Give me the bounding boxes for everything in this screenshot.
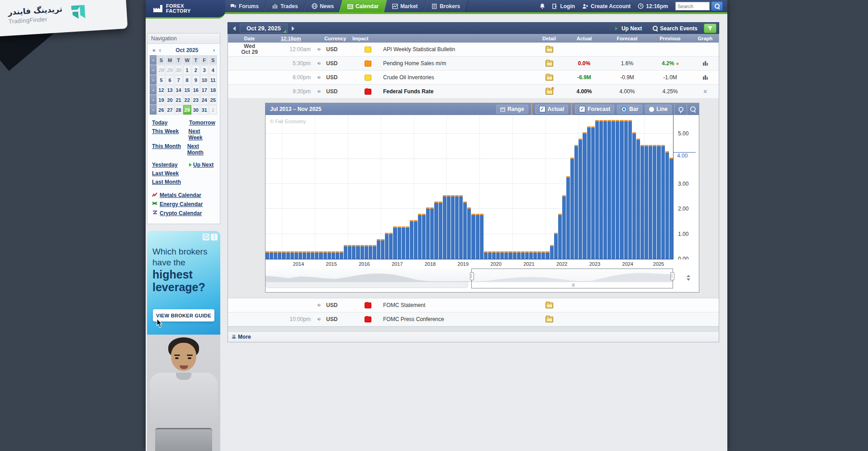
tab-calendar[interactable]: Calendar [339, 0, 387, 12]
pin-chart-button[interactable] [674, 103, 687, 115]
event-row-federal-funds-rate[interactable]: 9:30pm USD Federal Funds Rate ★ 4.00% 4.… [228, 85, 719, 99]
calendar-day[interactable]: 21 [175, 95, 183, 105]
bar-radio[interactable]: Bar [617, 105, 642, 114]
search-button[interactable] [711, 1, 723, 11]
link-yesterday[interactable]: Yesterday [152, 162, 178, 168]
calendar-day[interactable]: 28 [175, 105, 183, 115]
detail-folder-icon[interactable] [545, 302, 553, 308]
calendar-day[interactable]: 8 [183, 75, 191, 85]
calendar-day[interactable]: 3 [200, 65, 209, 75]
calendar-day[interactable]: 30 [175, 65, 183, 75]
local-time[interactable]: 12:16pm [638, 3, 668, 10]
prev-year-button[interactable]: « [151, 47, 157, 53]
event-row[interactable]: 10:00pm USD FOMC Press Conference [228, 312, 719, 326]
collapse-graph-icon[interactable]: × [703, 88, 707, 95]
minimap-left-handle[interactable] [470, 272, 474, 280]
prev-month-button[interactable]: ‹ [157, 47, 163, 53]
impact-icon-high[interactable] [365, 302, 371, 308]
link-this-week[interactable]: This Week [152, 128, 179, 134]
create-account-button[interactable]: Create Account [582, 3, 631, 10]
calendar-day[interactable]: 30 [192, 105, 200, 115]
event-title[interactable]: Pending Home Sales m/m [381, 60, 536, 67]
range-button[interactable]: Range [496, 105, 528, 114]
event-title[interactable]: Crude Oil Inventories [381, 74, 536, 81]
event-row[interactable]: WedOct 29 12:00am USD API Weekly Statist… [228, 43, 719, 57]
link-this-month[interactable]: This Month [152, 143, 181, 149]
impact-icon-medium[interactable] [365, 61, 371, 67]
calendar-day[interactable]: 26 [157, 105, 165, 115]
impact-icon-low[interactable] [365, 47, 371, 53]
minimap-selection[interactable] [471, 269, 673, 288]
calendar-day[interactable]: 9 [192, 75, 200, 85]
calendar-day[interactable]: 27 [166, 105, 174, 115]
week-select-button[interactable]: » [150, 85, 157, 95]
calendar-day[interactable]: 20 [166, 95, 174, 105]
ad-menu-icon[interactable]: ⋮ [211, 234, 218, 240]
search-input[interactable] [675, 2, 710, 10]
graph-icon[interactable] [703, 61, 708, 66]
minimap-scroll-grip[interactable] [572, 283, 574, 287]
line-radio[interactable]: Line [645, 105, 672, 114]
calendar-day[interactable]: 5 [157, 75, 165, 85]
link-energy-calendar[interactable]: Energy Calendar [160, 201, 203, 207]
event-title[interactable]: Federal Funds Rate [381, 88, 536, 95]
link-crypto-calendar[interactable]: Crypto Calendar [160, 210, 202, 216]
event-row[interactable]: USD FOMC Statement [228, 298, 719, 312]
link-next-month[interactable]: Next Month [187, 143, 215, 156]
forecast-checkbox[interactable]: ✓ Forecast [575, 105, 614, 114]
spinner-up-icon[interactable] [687, 275, 690, 277]
link-last-month[interactable]: Last Month [152, 179, 181, 185]
broker-leverage-ad[interactable]: ⓘ ⋮ Which brokers have the highest lever… [147, 231, 220, 451]
login-button[interactable]: Login [552, 3, 575, 10]
calendar-day[interactable]: 15 [183, 85, 191, 95]
calendar-day[interactable]: 22 [183, 95, 191, 105]
tab-forums[interactable]: Forums [222, 0, 267, 12]
tab-market[interactable]: Market [384, 0, 426, 12]
calendar-day-selected[interactable]: 29 [183, 105, 191, 115]
calendar-day[interactable]: 29 [166, 65, 174, 75]
calendar-day[interactable]: 2 [192, 65, 200, 75]
detail-folder-icon[interactable] [545, 47, 553, 53]
minimap-left-track[interactable] [266, 282, 468, 288]
tab-brokers[interactable]: Brokers [423, 0, 469, 12]
next-month-button[interactable]: › [211, 47, 217, 53]
prev-day-button[interactable] [231, 24, 238, 32]
calendar-day[interactable]: 28 [157, 65, 165, 75]
notifications-bell-icon[interactable] [540, 3, 545, 9]
calendar-day[interactable]: 13 [166, 85, 174, 95]
event-title[interactable]: FOMC Statement [381, 302, 536, 308]
actual-checkbox[interactable]: ✓ Actual [535, 105, 569, 114]
link-metals-calendar[interactable]: Metals Calendar [160, 192, 201, 198]
calendar-day[interactable]: 12 [157, 85, 165, 95]
week-select-button[interactable]: » [150, 95, 157, 105]
calendar-day[interactable]: 11 [209, 75, 217, 85]
detail-folder-icon[interactable] [545, 75, 553, 81]
tab-news[interactable]: News [303, 0, 342, 12]
calendar-day[interactable]: 25 [209, 95, 217, 105]
tab-trades[interactable]: Trades [264, 0, 306, 12]
search-events-button[interactable]: Search Events [648, 24, 702, 33]
calendar-day[interactable]: 18 [209, 85, 217, 95]
detail-folder-icon[interactable] [545, 61, 553, 67]
detail-folder-icon[interactable] [545, 317, 553, 322]
event-row[interactable]: 5:30pm USD Pending Home Sales m/m 0.0% 1… [228, 57, 719, 71]
chart-plot-area[interactable]: © Fair Economy [266, 115, 674, 259]
filter-button[interactable] [704, 24, 716, 33]
calendar-day[interactable]: 19 [157, 95, 165, 105]
calendar-day[interactable]: 31 [200, 105, 209, 115]
week-select-button[interactable]: » [150, 65, 157, 75]
impact-icon-low[interactable] [365, 75, 371, 81]
more-button[interactable]: ⇊ More [228, 331, 719, 342]
forex-factory-logo[interactable]: FOREXFACTORY [146, 0, 225, 19]
calendar-day[interactable]: 14 [175, 85, 183, 95]
calendar-day[interactable]: 10 [200, 75, 209, 85]
impact-icon-high[interactable] [365, 89, 371, 95]
calendar-day[interactable]: 6 [166, 75, 174, 85]
next-day-button[interactable] [289, 24, 297, 32]
event-title[interactable]: API Weekly Statistical Bulletin [381, 46, 536, 53]
current-date-button[interactable]: Oct 29, 2025 [240, 24, 288, 33]
week-select-button[interactable]: » [150, 105, 157, 115]
impact-icon-high[interactable] [365, 317, 371, 322]
calendar-day[interactable]: 16 [192, 85, 200, 95]
calendar-day[interactable]: 17 [200, 85, 209, 95]
